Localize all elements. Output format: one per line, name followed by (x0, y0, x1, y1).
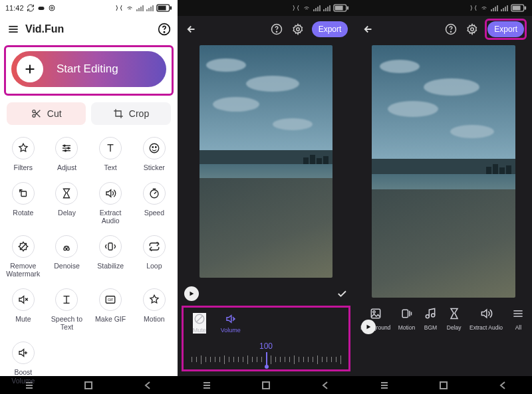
tool-label: Filters (14, 163, 33, 171)
menu-icon[interactable] (7, 23, 20, 36)
rotate-icon (12, 182, 35, 205)
volume-tab[interactable]: Volume (221, 313, 241, 334)
svg-rect-45 (347, 6, 349, 9)
video-preview[interactable] (200, 45, 332, 278)
svg-point-2 (51, 7, 53, 9)
cut-button[interactable]: Cut (7, 102, 86, 125)
tool-make-gif[interactable]: GIFMake GIF (88, 286, 132, 336)
tool-filters[interactable]: Filters (1, 134, 45, 177)
tool-adjust[interactable]: Adjust (45, 134, 89, 177)
battery-icon (333, 4, 349, 12)
svg-point-25 (150, 144, 159, 153)
tool-text[interactable]: Text (88, 134, 132, 177)
help-icon (158, 23, 171, 36)
back-button[interactable] (361, 22, 376, 37)
svg-rect-78 (440, 382, 447, 389)
video-preview[interactable] (372, 45, 515, 298)
tool-label: Loop (146, 262, 162, 270)
slider-handle[interactable] (266, 352, 267, 367)
tool-delay[interactable]: Delay (45, 179, 89, 230)
recents-icon[interactable] (201, 380, 212, 391)
help-button[interactable] (444, 22, 458, 37)
play-button[interactable] (184, 286, 199, 301)
start-editing-highlight: Start Editing (4, 45, 174, 96)
tool-speech-to-text[interactable]: Speech to Text (45, 286, 89, 336)
settings-button[interactable] (465, 22, 479, 37)
svg-rect-5 (170, 6, 172, 9)
tool-label: Speech to Text (47, 315, 86, 331)
arrow-left-icon (362, 23, 374, 35)
signal-icon (313, 5, 321, 11)
check-icon[interactable] (336, 288, 348, 300)
svg-point-21 (68, 148, 69, 149)
battery-icon (156, 4, 172, 12)
svg-text:GIF: GIF (108, 298, 114, 302)
tool-extract-audio[interactable]: Extract Audio (88, 179, 132, 230)
tool-label: Delay (58, 209, 76, 217)
back-icon[interactable] (321, 381, 330, 390)
signal-icon (501, 5, 508, 11)
svg-point-31 (64, 248, 66, 250)
svg-point-57 (451, 31, 452, 32)
help-button[interactable] (269, 22, 284, 37)
export-button[interactable]: Export (487, 21, 524, 37)
mute-icon (194, 313, 205, 325)
help-icon (445, 23, 457, 35)
filters-icon (12, 137, 35, 159)
back-button[interactable] (184, 22, 199, 37)
tool-motion[interactable]: Motion (132, 286, 176, 336)
svg-rect-0 (38, 7, 44, 10)
tool-label: Motion (144, 315, 165, 323)
adjust-icon (55, 137, 78, 159)
svg-rect-61 (403, 310, 408, 318)
tool-stabilize[interactable]: Stabilize (88, 233, 132, 283)
help-button[interactable] (158, 23, 171, 36)
svg-rect-28 (21, 191, 27, 197)
status-time: 11:42 (5, 4, 24, 12)
tool-boost-volume[interactable]: Boost Volume (1, 339, 45, 389)
mute-tab[interactable]: Mute (193, 313, 206, 334)
sticker-icon (143, 137, 166, 159)
home-icon[interactable] (261, 381, 271, 390)
tool-sticker[interactable]: Sticker (132, 134, 176, 177)
crop-button[interactable]: Crop (91, 102, 170, 125)
tool-speed[interactable]: Speed (132, 179, 176, 230)
gamepad-icon (37, 4, 45, 12)
speech-to-text-icon (55, 288, 78, 311)
vibrate-icon (469, 4, 477, 12)
motion-icon (143, 288, 166, 311)
tool-label: Sticker (144, 163, 165, 171)
recents-icon[interactable] (379, 380, 390, 391)
svg-point-20 (64, 145, 65, 146)
vibrate-icon (292, 4, 300, 12)
svg-rect-54 (513, 6, 521, 11)
app-title: Vid.Fun (25, 23, 152, 35)
play-button[interactable] (361, 320, 376, 334)
status-bar (178, 0, 355, 16)
settings-button[interactable] (291, 22, 305, 37)
home-icon[interactable] (439, 381, 448, 390)
svg-point-58 (471, 28, 474, 31)
svg-point-22 (65, 150, 66, 151)
status-bar (354, 0, 532, 16)
start-editing-button[interactable]: Start Editing (11, 51, 166, 87)
status-bar: 11:42 (0, 0, 178, 16)
back-icon[interactable] (498, 381, 507, 390)
export-button[interactable]: Export (312, 21, 348, 37)
volume-slider[interactable] (189, 351, 344, 368)
wifi-icon (126, 4, 134, 12)
svg-rect-55 (525, 6, 527, 9)
tool-label: Denoise (54, 262, 80, 270)
tool-loop[interactable]: Loop (132, 233, 176, 283)
tool-label: Remove Watermark (3, 262, 43, 278)
tool-denoise[interactable]: Denoise (45, 233, 89, 283)
volume-value: 100 (189, 342, 344, 351)
wifi-icon (303, 4, 311, 12)
tool-remove-watermark[interactable]: Remove Watermark (1, 233, 45, 283)
svg-rect-44 (335, 6, 343, 11)
tool-rotate[interactable]: Rotate (1, 179, 45, 230)
tool-mute[interactable]: Mute (1, 286, 45, 336)
svg-rect-4 (158, 6, 166, 11)
svg-line-50 (196, 316, 202, 322)
svg-point-10 (164, 32, 164, 33)
